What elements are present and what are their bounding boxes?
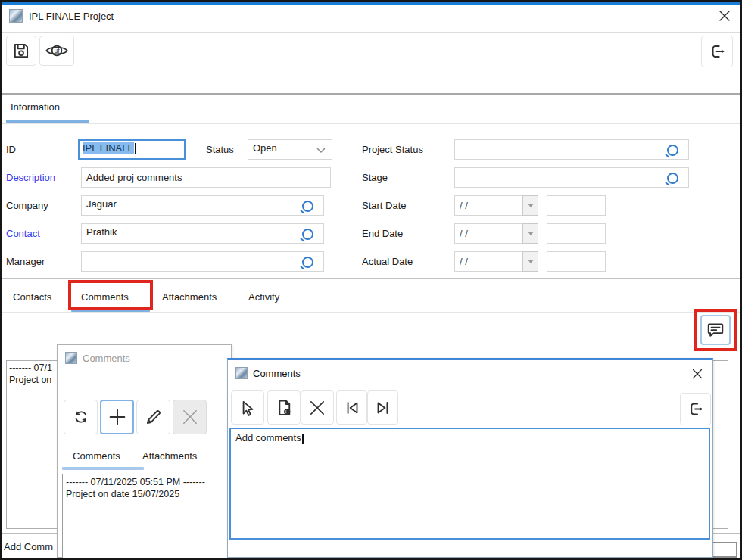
contact-lookup[interactable]: Prathik <box>81 223 324 244</box>
section-separator <box>2 93 740 95</box>
close-icon <box>716 8 733 24</box>
save-button[interactable] <box>6 36 36 66</box>
dialog-title: Comments <box>83 353 130 364</box>
exit-icon <box>686 400 705 418</box>
comments-list-dialog: Comments Comments Attachments ------- 07… <box>57 344 232 558</box>
text-caret <box>135 143 136 154</box>
new-record-button[interactable] <box>267 390 301 425</box>
toolbar-separator <box>2 32 740 33</box>
delete-comment-button-disabled[interactable] <box>173 400 207 434</box>
comment-entry-header: ------- 07/11/2025 05:51 PM ------- <box>66 476 225 488</box>
skip-to-last-icon <box>373 398 393 418</box>
x-icon <box>179 406 201 428</box>
dialog-tab-comments[interactable]: Comments <box>73 450 120 462</box>
description-label: Description <box>6 172 55 183</box>
actual-time-input[interactable] <box>547 251 606 272</box>
search-icon[interactable] <box>667 173 678 184</box>
actual-date-label: Actual Date <box>362 256 413 267</box>
tab-activity[interactable]: Activity <box>248 291 279 303</box>
manager-lookup[interactable] <box>81 251 324 272</box>
refresh-button[interactable] <box>64 400 98 434</box>
actual-date-calendar-button[interactable] <box>522 251 538 272</box>
description-input[interactable] <box>81 167 331 188</box>
company-lookup[interactable]: Jaguar <box>81 195 324 216</box>
project-status-label: Project Status <box>362 144 423 155</box>
pencil-icon <box>144 407 164 427</box>
uf-eye-icon: uf <box>44 41 70 61</box>
manager-label: Manager <box>6 256 45 267</box>
end-time-input[interactable] <box>547 223 606 244</box>
dialog-comments-tab-underline <box>62 467 144 470</box>
lower-tabstrip-line <box>2 312 740 313</box>
tab-information[interactable]: Information <box>11 101 60 113</box>
delete-record-button[interactable] <box>301 390 334 425</box>
uf-label: uf <box>54 47 60 54</box>
new-comment-button[interactable] <box>100 400 134 434</box>
first-record-button[interactable] <box>336 390 367 425</box>
select-mode-button[interactable] <box>231 390 264 425</box>
window-top-accent <box>2 2 740 5</box>
contact-label: Contact <box>6 228 40 239</box>
tabstrip-bottom-line <box>2 123 740 124</box>
status-dropdown[interactable]: Open <box>248 139 332 160</box>
save-icon <box>11 41 31 61</box>
dialog-close-button[interactable] <box>690 366 706 383</box>
main-window: IPL FINALE Project uf Information ID IPL… <box>0 0 742 560</box>
user-fields-button[interactable]: uf <box>39 36 74 66</box>
last-record-button[interactable] <box>367 390 398 425</box>
start-date-calendar-button[interactable] <box>522 195 538 216</box>
start-time-input[interactable] <box>547 195 606 216</box>
cursor-icon <box>238 398 257 418</box>
add-comment-label: Add Comm <box>4 541 53 552</box>
dialog-title: Comments <box>253 368 301 379</box>
contact-value: Prathik <box>86 226 117 238</box>
start-date-input[interactable] <box>454 195 522 216</box>
new-document-icon <box>274 397 295 418</box>
search-icon[interactable] <box>667 145 678 156</box>
project-status-lookup[interactable] <box>454 139 689 160</box>
end-date-label: End Date <box>362 228 403 239</box>
search-icon[interactable] <box>302 201 313 212</box>
app-icon <box>235 367 248 379</box>
app-icon <box>9 9 23 23</box>
comment-editor-dialog: Comments <box>227 358 713 558</box>
actual-date-input[interactable] <box>454 251 522 272</box>
search-icon[interactable] <box>302 257 313 268</box>
comment-text: Add comments <box>235 432 301 443</box>
comment-entry-text: Project on date 15/07/2025 <box>66 488 225 500</box>
stage-lookup[interactable] <box>454 167 689 188</box>
status-label: Status <box>206 144 234 155</box>
comment-textarea[interactable]: Add comments <box>229 428 710 540</box>
dialog-tab-attachments[interactable]: Attachments <box>142 450 197 462</box>
end-date-input[interactable] <box>454 223 522 244</box>
exit-icon <box>707 42 727 61</box>
tab-attachments[interactable]: Attachments <box>162 291 217 303</box>
tab-comments[interactable]: Comments <box>81 291 129 303</box>
edit-comment-button[interactable] <box>136 400 170 434</box>
dialog-comments-list[interactable]: ------- 07/11/2025 05:51 PM ------- Proj… <box>62 474 229 558</box>
window-title: IPL FINALE Project <box>29 11 114 22</box>
id-selected-text: IPL FINALE <box>83 142 134 154</box>
company-value: Jaguar <box>86 198 117 210</box>
x-icon <box>307 397 328 418</box>
stage-label: Stage <box>362 172 388 183</box>
tab-contacts[interactable]: Contacts <box>13 291 51 303</box>
add-comment-button[interactable] <box>700 315 731 345</box>
company-label: Company <box>6 200 48 211</box>
text-caret <box>302 434 304 444</box>
id-input[interactable]: IPL FINALE <box>78 139 186 160</box>
form-bottom-separator <box>2 278 740 279</box>
add-comment-input-fragment[interactable] <box>710 542 737 558</box>
end-date-calendar-button[interactable] <box>522 223 538 244</box>
id-label: ID <box>6 144 16 155</box>
start-date-label: Start Date <box>362 200 407 211</box>
chevron-down-icon <box>528 260 534 263</box>
exit-button[interactable] <box>701 36 733 67</box>
chevron-down-icon <box>316 148 326 154</box>
chevron-down-icon <box>528 204 534 207</box>
search-icon[interactable] <box>302 229 313 240</box>
window-close-button[interactable] <box>716 8 733 24</box>
refresh-icon <box>71 407 91 427</box>
chevron-down-icon <box>528 232 534 235</box>
dialog-exit-button[interactable] <box>680 393 711 425</box>
